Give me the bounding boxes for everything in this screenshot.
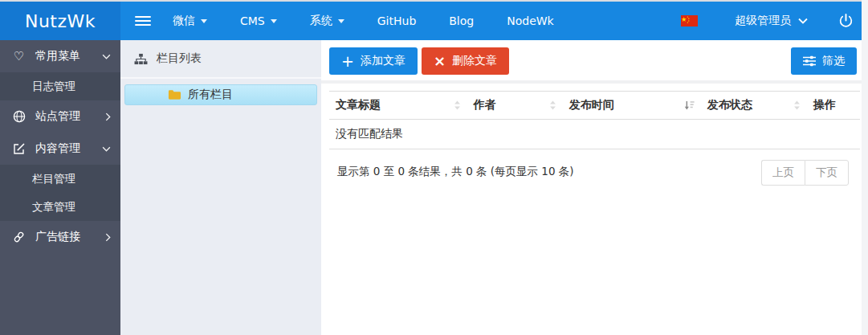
header-right-cluster: 超级管理员	[681, 14, 868, 29]
pagination-controls: 上页 下页	[761, 160, 849, 186]
column-header-publish-status[interactable]: 发布状态	[701, 92, 807, 120]
delete-article-button[interactable]: × 删除文章	[422, 47, 509, 75]
chevron-right-icon	[105, 233, 111, 242]
sidebar-toggle-icon[interactable]	[135, 16, 151, 26]
folder-icon	[168, 89, 181, 100]
chevron-down-icon	[102, 54, 111, 59]
table-header-row: 文章标题 作者 发布时间	[329, 92, 860, 120]
column-header-title[interactable]: 文章标题	[329, 92, 467, 120]
nav-item-cms[interactable]: CMS	[229, 2, 288, 40]
app-logo[interactable]: NutzWk	[0, 2, 120, 40]
edit-icon	[12, 142, 26, 155]
caret-down-icon	[338, 19, 344, 23]
logout-power-icon[interactable]	[838, 14, 854, 29]
sitemap-icon	[134, 53, 148, 65]
chevron-right-icon	[105, 112, 111, 121]
sort-both-icon[interactable]	[549, 100, 556, 111]
sidebar-group-site-management[interactable]: 站点管理	[0, 100, 120, 133]
column-tree-panel: 栏目列表 所有栏目	[120, 40, 321, 335]
nav-item-system[interactable]: 系统	[299, 2, 356, 40]
user-menu[interactable]: 超级管理员	[735, 14, 808, 28]
caret-down-icon	[201, 19, 207, 23]
sliders-icon	[803, 55, 816, 67]
china-flag-icon[interactable]	[681, 15, 698, 27]
nav-item-blog[interactable]: Blog	[438, 2, 485, 40]
sidebar-submenu-common: 日志管理	[0, 72, 120, 100]
table-footer: 显示第 0 至 0 条结果，共 0 条 (每页显示 10 条) 上页 下页	[329, 149, 860, 186]
sort-both-icon[interactable]	[454, 100, 461, 111]
user-name: 超级管理员	[735, 14, 791, 28]
sort-both-icon[interactable]	[793, 100, 801, 111]
tree-node-all-columns[interactable]: 所有栏目	[124, 84, 317, 105]
column-header-publish-time[interactable]: 发布时间	[563, 92, 701, 120]
column-header-actions: 操作	[807, 92, 860, 120]
tree-panel-title: 栏目列表	[157, 51, 202, 66]
nav-item-wechat[interactable]: 微信	[161, 2, 218, 40]
add-article-button[interactable]: + 添加文章	[329, 47, 418, 75]
empty-result-message: 没有匹配结果	[329, 120, 860, 149]
prev-page-button[interactable]: 上页	[761, 160, 805, 186]
caret-down-icon	[271, 19, 277, 23]
sidebar-item-log-management[interactable]: 日志管理	[0, 72, 120, 100]
main-content: + 添加文章 × 删除文章 筛选	[321, 40, 868, 335]
sidebar: ♡ 常用菜单 日志管理 站点管理	[0, 40, 120, 335]
link-icon	[12, 231, 26, 243]
column-header-author[interactable]: 作者	[467, 92, 563, 120]
sidebar-item-article-management[interactable]: 文章管理	[0, 193, 120, 221]
next-page-button[interactable]: 下页	[805, 160, 849, 186]
tree-node-label: 所有栏目	[188, 88, 233, 102]
sidebar-submenu-content: 栏目管理 文章管理	[0, 165, 120, 221]
top-navigation: 微信 CMS 系统 GitHub Blog NodeWk	[120, 2, 868, 40]
article-toolbar: + 添加文章 × 删除文章 筛选	[321, 40, 868, 84]
sidebar-group-content-management[interactable]: 内容管理	[0, 133, 120, 165]
top-header-bar: NutzWk 微信 CMS 系统 GitHub Blog NodeWk	[0, 2, 868, 40]
x-icon: ×	[434, 54, 446, 68]
plus-icon: +	[341, 54, 354, 69]
tree-panel-header: 栏目列表	[120, 40, 321, 79]
heart-icon: ♡	[12, 49, 26, 63]
chevron-down-icon	[102, 146, 111, 152]
sidebar-item-column-management[interactable]: 栏目管理	[0, 165, 120, 193]
scrollbar-track[interactable]	[862, 0, 868, 335]
empty-result-row: 没有匹配结果	[329, 120, 860, 149]
sort-desc-active-icon[interactable]	[684, 100, 695, 111]
filter-button[interactable]: 筛选	[791, 47, 857, 75]
article-table-container: 文章标题 作者 发布时间	[321, 84, 868, 186]
sidebar-group-ad-links[interactable]: 广告链接	[0, 221, 120, 253]
pagination-info: 显示第 0 至 0 条结果，共 0 条 (每页显示 10 条)	[337, 160, 574, 179]
nav-item-github[interactable]: GitHub	[366, 2, 428, 40]
article-table: 文章标题 作者 发布时间	[329, 91, 860, 149]
sidebar-group-common-menu[interactable]: ♡ 常用菜单	[0, 40, 120, 72]
nav-item-nodewk[interactable]: NodeWk	[495, 2, 565, 40]
chevron-down-icon	[798, 18, 808, 24]
column-tree: 所有栏目	[120, 79, 321, 111]
globe-icon	[12, 110, 26, 123]
